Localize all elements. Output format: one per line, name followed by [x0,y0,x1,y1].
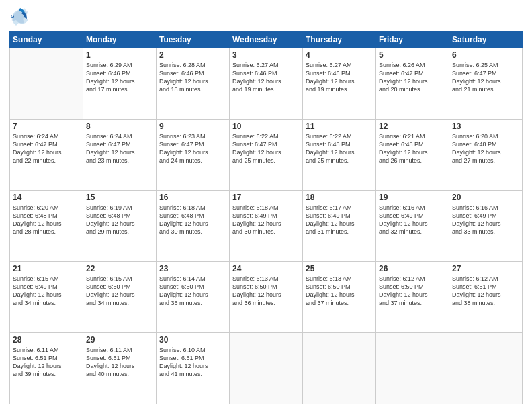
calendar-cell: 9Sunrise: 6:23 AMSunset: 6:47 PMDaylight… [157,120,230,191]
calendar-cell: 30Sunrise: 6:10 AMSunset: 6:51 PMDayligh… [157,333,230,404]
calendar-cell: 26Sunrise: 6:12 AMSunset: 6:50 PMDayligh… [376,262,449,333]
calendar-cell: 21Sunrise: 6:15 AMSunset: 6:49 PMDayligh… [10,262,83,333]
weekday-wednesday: Wednesday [230,32,303,48]
day-number: 7 [13,122,80,131]
calendar-cell: 27Sunrise: 6:12 AMSunset: 6:51 PMDayligh… [449,262,523,333]
calendar-cell: 19Sunrise: 6:16 AMSunset: 6:49 PMDayligh… [376,191,449,262]
calendar-cell [10,48,83,120]
calendar-cell: 4Sunrise: 6:27 AMSunset: 6:46 PMDaylight… [303,48,376,120]
calendar-cell: 10Sunrise: 6:22 AMSunset: 6:47 PMDayligh… [230,120,303,191]
day-info: Sunrise: 6:13 AMSunset: 6:50 PMDaylight:… [306,275,373,308]
calendar-cell: 23Sunrise: 6:14 AMSunset: 6:50 PMDayligh… [157,262,230,333]
day-number: 29 [86,335,153,345]
day-number: 23 [159,264,226,273]
day-number: 6 [452,50,519,60]
day-number: 5 [379,50,446,60]
day-info: Sunrise: 6:15 AMSunset: 6:49 PMDaylight:… [13,275,80,308]
calendar-cell: 16Sunrise: 6:18 AMSunset: 6:48 PMDayligh… [157,191,230,262]
day-info: Sunrise: 6:14 AMSunset: 6:50 PMDaylight:… [159,275,226,308]
day-info: Sunrise: 6:24 AMSunset: 6:47 PMDaylight:… [86,132,153,165]
day-number: 14 [13,193,80,202]
day-info: Sunrise: 6:21 AMSunset: 6:48 PMDaylight:… [379,132,446,165]
day-info: Sunrise: 6:19 AMSunset: 6:48 PMDaylight:… [86,203,153,236]
day-info: Sunrise: 6:12 AMSunset: 6:50 PMDaylight:… [379,275,446,308]
calendar-cell: 28Sunrise: 6:11 AMSunset: 6:51 PMDayligh… [10,333,83,404]
day-info: Sunrise: 6:17 AMSunset: 6:49 PMDaylight:… [306,203,373,236]
day-number: 2 [159,50,226,60]
week-row-2: 14Sunrise: 6:20 AMSunset: 6:48 PMDayligh… [10,191,523,262]
calendar-table: SundayMondayTuesdayWednesdayThursdayFrid… [9,31,523,404]
week-row-0: 1Sunrise: 6:29 AMSunset: 6:46 PMDaylight… [10,48,523,120]
day-info: Sunrise: 6:16 AMSunset: 6:49 PMDaylight:… [452,203,519,236]
calendar-cell: 5Sunrise: 6:26 AMSunset: 6:47 PMDaylight… [376,48,449,120]
day-info: Sunrise: 6:12 AMSunset: 6:51 PMDaylight:… [452,275,519,308]
week-row-4: 28Sunrise: 6:11 AMSunset: 6:51 PMDayligh… [10,333,523,404]
weekday-header-row: SundayMondayTuesdayWednesdayThursdayFrid… [10,32,523,48]
day-number: 17 [232,193,300,202]
day-info: Sunrise: 6:20 AMSunset: 6:48 PMDaylight:… [452,132,519,165]
day-number: 4 [306,50,373,60]
day-info: Sunrise: 6:11 AMSunset: 6:51 PMDaylight:… [86,346,153,379]
calendar-cell: 8Sunrise: 6:24 AMSunset: 6:47 PMDaylight… [83,120,157,191]
header: G [9,7,523,26]
calendar-cell: 14Sunrise: 6:20 AMSunset: 6:48 PMDayligh… [10,191,83,262]
weekday-saturday: Saturday [449,32,523,48]
weekday-friday: Friday [376,32,449,48]
day-info: Sunrise: 6:18 AMSunset: 6:48 PMDaylight:… [159,203,226,236]
day-info: Sunrise: 6:22 AMSunset: 6:47 PMDaylight:… [232,132,300,165]
day-info: Sunrise: 6:10 AMSunset: 6:51 PMDaylight:… [159,346,226,379]
day-number: 28 [13,335,80,345]
day-info: Sunrise: 6:29 AMSunset: 6:46 PMDaylight:… [86,61,153,94]
weekday-monday: Monday [83,32,157,48]
day-number: 30 [159,335,226,345]
day-number: 13 [452,122,519,131]
calendar-cell: 22Sunrise: 6:15 AMSunset: 6:50 PMDayligh… [83,262,157,333]
day-info: Sunrise: 6:28 AMSunset: 6:46 PMDaylight:… [159,61,226,94]
day-number: 12 [379,122,446,131]
calendar-cell: 24Sunrise: 6:13 AMSunset: 6:50 PMDayligh… [230,262,303,333]
day-number: 27 [452,264,519,273]
calendar-cell: 13Sunrise: 6:20 AMSunset: 6:48 PMDayligh… [449,120,523,191]
day-info: Sunrise: 6:24 AMSunset: 6:47 PMDaylight:… [13,132,80,165]
day-info: Sunrise: 6:26 AMSunset: 6:47 PMDaylight:… [379,61,446,94]
calendar-cell: 2Sunrise: 6:28 AMSunset: 6:46 PMDaylight… [157,48,230,120]
calendar-cell: 7Sunrise: 6:24 AMSunset: 6:47 PMDaylight… [10,120,83,191]
day-info: Sunrise: 6:13 AMSunset: 6:50 PMDaylight:… [232,275,300,308]
logo-icon: G [9,7,28,26]
day-number: 21 [13,264,80,273]
calendar-cell: 20Sunrise: 6:16 AMSunset: 6:49 PMDayligh… [449,191,523,262]
calendar-cell: 29Sunrise: 6:11 AMSunset: 6:51 PMDayligh… [83,333,157,404]
page: G SundayMondayTuesdayWednesdayThursdayFr… [0,0,532,411]
calendar-cell: 1Sunrise: 6:29 AMSunset: 6:46 PMDaylight… [83,48,157,120]
day-info: Sunrise: 6:22 AMSunset: 6:48 PMDaylight:… [306,132,373,165]
week-row-3: 21Sunrise: 6:15 AMSunset: 6:49 PMDayligh… [10,262,523,333]
day-info: Sunrise: 6:16 AMSunset: 6:49 PMDaylight:… [379,203,446,236]
svg-text:G: G [11,14,15,19]
calendar-cell [449,333,523,404]
day-info: Sunrise: 6:11 AMSunset: 6:51 PMDaylight:… [13,346,80,379]
calendar-cell: 18Sunrise: 6:17 AMSunset: 6:49 PMDayligh… [303,191,376,262]
day-info: Sunrise: 6:27 AMSunset: 6:46 PMDaylight:… [232,61,300,94]
calendar-cell: 12Sunrise: 6:21 AMSunset: 6:48 PMDayligh… [376,120,449,191]
day-number: 11 [306,122,373,131]
day-number: 22 [86,264,153,273]
calendar-cell: 25Sunrise: 6:13 AMSunset: 6:50 PMDayligh… [303,262,376,333]
calendar-cell: 11Sunrise: 6:22 AMSunset: 6:48 PMDayligh… [303,120,376,191]
calendar-cell: 3Sunrise: 6:27 AMSunset: 6:46 PMDaylight… [230,48,303,120]
day-info: Sunrise: 6:27 AMSunset: 6:46 PMDaylight:… [306,61,373,94]
day-number: 18 [306,193,373,202]
weekday-sunday: Sunday [10,32,83,48]
calendar-cell: 15Sunrise: 6:19 AMSunset: 6:48 PMDayligh… [83,191,157,262]
day-info: Sunrise: 6:20 AMSunset: 6:48 PMDaylight:… [13,203,80,236]
day-number: 10 [232,122,300,131]
calendar-cell: 6Sunrise: 6:25 AMSunset: 6:47 PMDaylight… [449,48,523,120]
weekday-tuesday: Tuesday [157,32,230,48]
calendar-cell [376,333,449,404]
day-number: 3 [232,50,300,60]
weekday-thursday: Thursday [303,32,376,48]
calendar-cell: 17Sunrise: 6:18 AMSunset: 6:49 PMDayligh… [230,191,303,262]
day-info: Sunrise: 6:18 AMSunset: 6:49 PMDaylight:… [232,203,300,236]
day-number: 15 [86,193,153,202]
day-number: 26 [379,264,446,273]
day-info: Sunrise: 6:23 AMSunset: 6:47 PMDaylight:… [159,132,226,165]
